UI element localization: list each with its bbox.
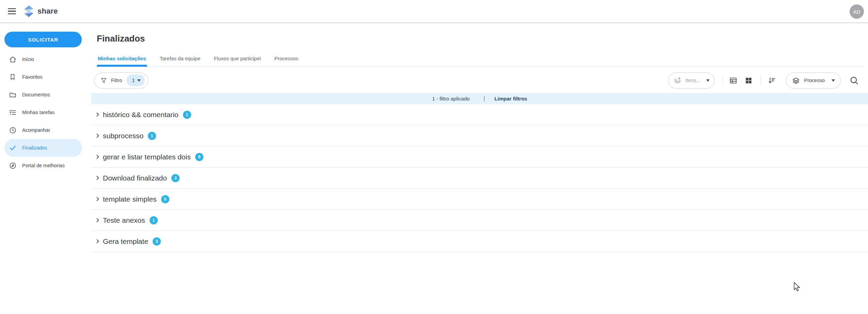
group-label: Teste anexos xyxy=(103,216,145,224)
applied-filter-text: 1 - filtro aplicado xyxy=(432,96,470,101)
sidebar-item-finalizados[interactable]: Finalizados xyxy=(4,139,82,157)
chevron-right-icon xyxy=(95,133,100,139)
sidebar-item-label: Início xyxy=(22,57,34,62)
hamburger-menu-icon[interactable] xyxy=(8,8,16,14)
tab-minhas-solicitacoes[interactable]: Minhas solicitações xyxy=(97,56,147,66)
items-label: Itens... xyxy=(685,78,700,83)
tab-fluxos-que-participei[interactable]: Fluxos que participei xyxy=(213,56,262,66)
filter-label: Filtro xyxy=(111,78,122,83)
clear-filters-button[interactable]: Limpar filtros xyxy=(495,96,527,101)
filter-funnel-icon xyxy=(100,77,107,84)
count-badge: 1 xyxy=(148,132,156,140)
group-row[interactable]: subprocesso 1 xyxy=(91,125,868,146)
group-label: histórico && comentario xyxy=(103,111,179,119)
top-bar: share AD xyxy=(0,0,868,23)
filter-count: 1 xyxy=(132,78,135,83)
group-list: histórico && comentario 1 subprocesso 1 … xyxy=(91,104,868,252)
count-badge: 9 xyxy=(195,153,203,161)
app-window: share AD SOLICITAR Início F xyxy=(0,0,868,314)
sidebar-item-minhas-tarefas[interactable]: Minhas tarefas xyxy=(4,104,82,121)
sidebar-item-portal-de-melhorias[interactable]: Portal de melhorias xyxy=(4,157,82,174)
caret-down-icon xyxy=(137,79,141,82)
chevron-right-icon xyxy=(95,112,100,117)
group-row[interactable]: Download finalizado 3 xyxy=(91,168,868,189)
items-per-page-dropdown[interactable]: Itens... xyxy=(668,73,715,89)
solicitar-button[interactable]: SOLICITAR xyxy=(4,32,82,47)
group-label: Gera template xyxy=(103,237,148,246)
compass-icon xyxy=(9,161,17,170)
chevron-right-icon xyxy=(95,154,100,160)
group-row[interactable]: gerar e listar templates dois 9 xyxy=(91,146,868,168)
folder-icon xyxy=(9,91,17,99)
sidebar-nav: Início Favoritos Documentos xyxy=(0,50,91,174)
caret-down-icon xyxy=(832,79,835,82)
count-badge: 3 xyxy=(171,174,180,182)
page-title: Finalizados xyxy=(97,33,868,44)
applied-filter-bar: 1 - filtro aplicado Limpar filtros xyxy=(91,93,868,104)
tab-tarefas-da-equipe[interactable]: Tarefas da equipe xyxy=(159,56,201,66)
toolbar-divider xyxy=(722,75,723,85)
task-list-icon xyxy=(9,108,17,116)
group-row[interactable]: Teste anexos 1 xyxy=(91,210,868,231)
layers-plus-icon xyxy=(673,76,682,84)
sidebar-item-label: Documentos xyxy=(22,92,50,97)
bookmark-icon xyxy=(9,73,17,81)
group-label: Download finalizado xyxy=(103,174,167,182)
sidebar-item-documentos[interactable]: Documentos xyxy=(4,86,82,104)
tab-processos[interactable]: Processos xyxy=(274,56,299,66)
sidebar-item-label: Favoritos xyxy=(22,74,43,80)
share-logo-icon xyxy=(24,5,34,17)
view-toolbar: Itens... xyxy=(668,73,863,89)
count-badge: 1 xyxy=(150,216,158,224)
sidebar-item-inicio[interactable]: Início xyxy=(4,50,82,68)
sidebar-item-label: Acompanhar xyxy=(22,127,50,133)
chevron-right-icon xyxy=(95,196,100,202)
chevron-right-icon xyxy=(95,217,100,223)
search-button[interactable] xyxy=(849,76,859,85)
count-badge: 5 xyxy=(161,195,169,203)
count-badge: 3 xyxy=(153,237,161,246)
toolbar-divider xyxy=(760,75,761,85)
group-label: gerar e listar templates dois xyxy=(103,153,191,161)
chevron-right-icon xyxy=(95,175,100,181)
group-row[interactable]: Gera template 3 xyxy=(91,231,868,252)
sidebar-item-favoritos[interactable]: Favoritos xyxy=(4,68,82,86)
layers-icon xyxy=(792,76,800,85)
logo-text: share xyxy=(37,7,58,16)
main-content: Finalizados Minhas solicitações Tarefas … xyxy=(91,24,868,314)
filter-bar-divider xyxy=(484,96,484,101)
group-label: template simples xyxy=(103,195,157,203)
sort-button[interactable] xyxy=(767,76,777,85)
controls-row: Filtro 1 Itens... xyxy=(94,72,863,89)
group-by-dropdown[interactable]: Processo xyxy=(786,73,841,89)
home-icon xyxy=(9,55,17,63)
sidebar: SOLICITAR Início Favoritos xyxy=(0,24,91,314)
group-label: subprocesso xyxy=(103,132,143,140)
filter-button[interactable]: Filtro 1 xyxy=(94,73,148,89)
sidebar-item-acompanhar[interactable]: Acompanhar xyxy=(4,121,82,139)
count-badge: 1 xyxy=(183,111,191,119)
group-row[interactable]: template simples 5 xyxy=(91,189,868,210)
caret-down-icon xyxy=(706,79,710,82)
grid-view-button[interactable] xyxy=(744,76,754,85)
tab-bar: Minhas solicitações Tarefas da equipe Fl… xyxy=(97,56,863,67)
table-view-button[interactable] xyxy=(729,76,738,85)
user-avatar[interactable]: AD xyxy=(850,4,864,19)
clock-icon xyxy=(9,126,17,134)
check-icon xyxy=(9,144,17,152)
group-by-label: Processo xyxy=(804,78,825,83)
sidebar-item-label: Portal de melhorias xyxy=(22,163,65,168)
chevron-right-icon xyxy=(95,238,100,244)
sidebar-item-label: Finalizados xyxy=(22,145,47,151)
filter-count-dropdown[interactable]: 1 xyxy=(126,75,145,86)
group-row[interactable]: histórico && comentario 1 xyxy=(91,104,868,125)
sidebar-item-label: Minhas tarefas xyxy=(22,110,55,115)
app-logo: share xyxy=(24,5,58,17)
